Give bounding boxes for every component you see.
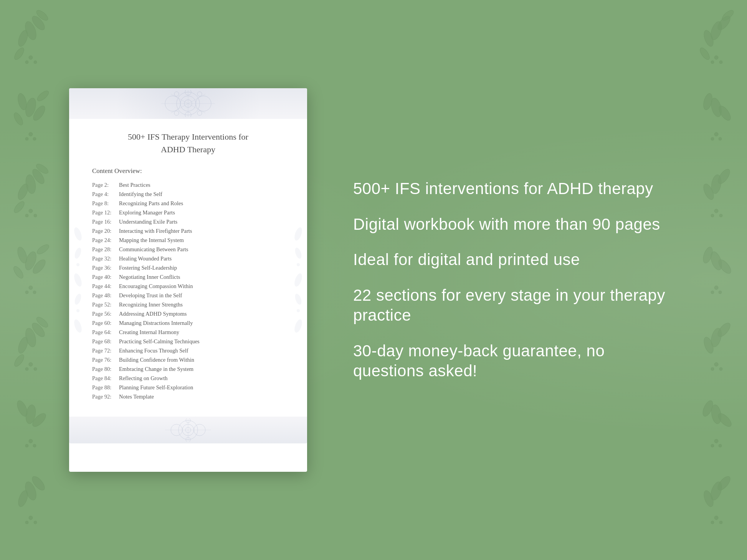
toc-item: Page 48:Developing Trust in the Self bbox=[92, 291, 284, 300]
toc-page-number: Page 80: bbox=[92, 366, 119, 372]
right-content: 500+ IFS interventions for ADHD therapyD… bbox=[338, 179, 678, 381]
toc-item: Page 8:Recognizing Parts and Roles bbox=[92, 199, 284, 208]
svg-point-100 bbox=[196, 96, 211, 111]
toc-section-title: Mapping the Internal System bbox=[119, 237, 184, 244]
svg-point-55 bbox=[698, 46, 711, 61]
table-of-contents: Page 2:Best PracticesPage 4:Identifying … bbox=[92, 180, 284, 401]
toc-section-title: Interacting with Firefighter Parts bbox=[119, 228, 192, 234]
toc-section-title: Reflecting on Growth bbox=[119, 375, 167, 382]
toc-page-number: Page 60: bbox=[92, 320, 119, 326]
svg-point-58 bbox=[719, 61, 722, 64]
svg-point-104 bbox=[197, 92, 202, 96]
toc-section-title: Understanding Exile Parts bbox=[119, 219, 177, 225]
toc-item: Page 64:Creating Internal Harmony bbox=[92, 328, 284, 337]
svg-point-52 bbox=[709, 20, 724, 41]
toc-item: Page 16:Understanding Exile Parts bbox=[92, 217, 284, 226]
svg-point-51 bbox=[25, 521, 28, 524]
svg-point-94 bbox=[719, 521, 722, 524]
toc-item: Page 32:Healing Wounded Parts bbox=[92, 254, 284, 263]
feature-5: 30-day money-back guarantee, no question… bbox=[353, 341, 678, 381]
toc-item: Page 76:Building Confidence from Within bbox=[92, 355, 284, 364]
toc-section-title: Practicing Self-Calming Techniques bbox=[119, 338, 200, 345]
svg-point-105 bbox=[174, 111, 179, 115]
toc-page-number: Page 4: bbox=[92, 191, 119, 198]
svg-point-49 bbox=[29, 516, 33, 520]
doc-footer-decoration bbox=[69, 417, 307, 443]
toc-item: Page 12:Exploring Manager Parts bbox=[92, 208, 284, 217]
toc-section-title: Recognizing Inner Strengths bbox=[119, 301, 183, 308]
svg-point-50 bbox=[34, 521, 37, 524]
toc-item: Page 24:Mapping the Internal System bbox=[92, 236, 284, 245]
svg-point-99 bbox=[165, 96, 180, 111]
svg-line-110 bbox=[171, 94, 205, 113]
main-content: 500+ IFS Therapy Interventions for ADHD … bbox=[0, 65, 747, 495]
toc-page-number: Page 32: bbox=[92, 255, 119, 262]
toc-item: Page 20:Interacting with Firefighter Par… bbox=[92, 226, 284, 236]
svg-point-98 bbox=[184, 100, 192, 107]
toc-section-title: Negotiating Inner Conflicts bbox=[119, 274, 180, 280]
toc-page-number: Page 72: bbox=[92, 348, 119, 354]
toc-section-title: Developing Trust in the Self bbox=[119, 292, 182, 299]
toc-section-title: Notes Template bbox=[119, 394, 154, 400]
toc-section-title: Managing Distractions Internally bbox=[119, 320, 193, 326]
toc-section-title: Building Confidence from Within bbox=[119, 357, 194, 363]
toc-page-number: Page 52: bbox=[92, 301, 119, 308]
feature-1: 500+ IFS interventions for ADHD therapy bbox=[353, 179, 678, 199]
svg-point-3 bbox=[13, 46, 26, 61]
toc-item: Page 56:Addressing ADHD Symptoms bbox=[92, 309, 284, 318]
doc-header-decoration bbox=[69, 88, 307, 119]
svg-point-56 bbox=[721, 8, 735, 22]
toc-page-number: Page 8: bbox=[92, 200, 119, 207]
svg-point-5 bbox=[29, 56, 33, 59]
toc-page-number: Page 64: bbox=[92, 329, 119, 336]
svg-point-102 bbox=[185, 112, 191, 117]
toc-item: Page 4:Identifying the Self bbox=[92, 189, 284, 199]
toc-item: Page 72:Enhancing Focus Through Self bbox=[92, 346, 284, 355]
svg-point-96 bbox=[177, 92, 200, 115]
toc-page-number: Page 36: bbox=[92, 265, 119, 271]
toc-section-title: Embracing Change in the System bbox=[119, 366, 193, 372]
toc-section-title: Encouraging Compassion Within bbox=[119, 283, 193, 290]
toc-page-number: Page 24: bbox=[92, 237, 119, 244]
content-overview-label: Content Overview: bbox=[92, 167, 284, 175]
toc-page-number: Page 76: bbox=[92, 357, 119, 363]
toc-section-title: Addressing ADHD Symptoms bbox=[119, 311, 187, 317]
toc-page-number: Page 48: bbox=[92, 292, 119, 299]
svg-point-54 bbox=[716, 14, 732, 32]
feature-3: Ideal for digital and printed use bbox=[353, 250, 678, 270]
toc-page-number: Page 68: bbox=[92, 338, 119, 345]
toc-page-number: Page 28: bbox=[92, 246, 119, 253]
svg-point-53 bbox=[702, 29, 715, 48]
svg-point-6 bbox=[34, 61, 37, 64]
toc-page-number: Page 16: bbox=[92, 219, 119, 225]
svg-point-103 bbox=[174, 92, 179, 96]
toc-section-title: Best Practices bbox=[119, 182, 150, 188]
toc-section-title: Identifying the Self bbox=[119, 191, 162, 198]
feature-2: Digital workbook with more than 90 pages bbox=[353, 214, 678, 235]
toc-item: Page 44:Encouraging Compassion Within bbox=[92, 282, 284, 291]
toc-item: Page 36:Fostering Self-Leadership bbox=[92, 263, 284, 272]
toc-section-title: Communicating Between Parts bbox=[119, 246, 188, 253]
toc-section-title: Fostering Self-Leadership bbox=[119, 265, 177, 271]
svg-point-2 bbox=[30, 14, 47, 32]
doc-body: 500+ IFS Therapy Interventions for ADHD … bbox=[69, 119, 307, 417]
toc-page-number: Page 2: bbox=[92, 182, 119, 188]
toc-page-number: Page 84: bbox=[92, 375, 119, 382]
toc-section-title: Planning Future Self-Exploration bbox=[119, 384, 193, 391]
feature-4: 22 sections for every stage in your ther… bbox=[353, 285, 678, 326]
toc-section-title: Recognizing Parts and Roles bbox=[119, 200, 183, 207]
toc-page-number: Page 88: bbox=[92, 384, 119, 391]
toc-item: Page 2:Best Practices bbox=[92, 180, 284, 189]
toc-item: Page 52:Recognizing Inner Strengths bbox=[92, 300, 284, 309]
svg-point-7 bbox=[25, 61, 28, 64]
svg-line-109 bbox=[171, 94, 205, 113]
toc-item: Page 28:Communicating Between Parts bbox=[92, 245, 284, 254]
toc-section-title: Enhancing Focus Through Self bbox=[119, 348, 188, 354]
svg-point-93 bbox=[714, 516, 718, 520]
toc-item: Page 80:Embracing Change in the System bbox=[92, 364, 284, 374]
toc-page-number: Page 40: bbox=[92, 274, 119, 280]
toc-section-title: Healing Wounded Parts bbox=[119, 255, 172, 262]
svg-point-101 bbox=[185, 90, 191, 95]
toc-section-title: Creating Internal Harmony bbox=[119, 329, 179, 336]
toc-page-number: Page 20: bbox=[92, 228, 119, 234]
